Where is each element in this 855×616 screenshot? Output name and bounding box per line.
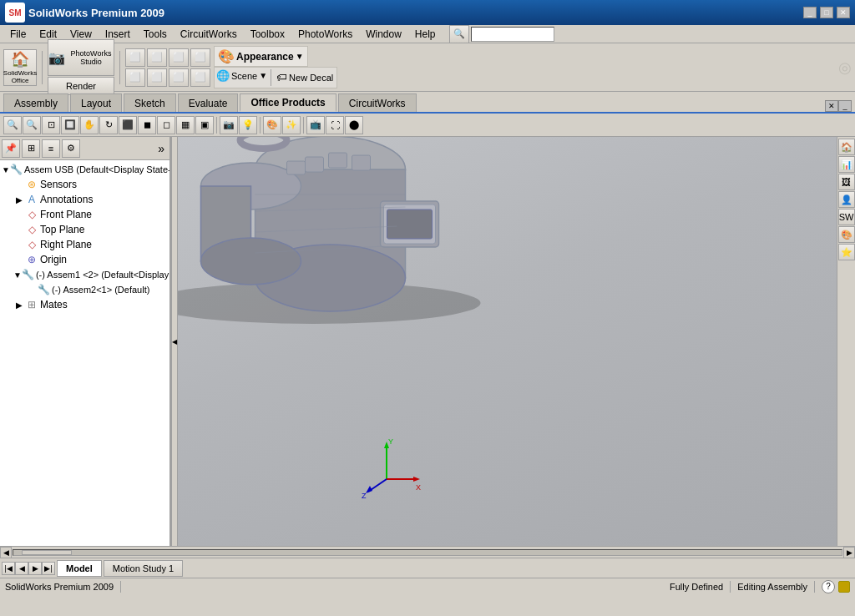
- tree-origin[interactable]: ⊕ Origin: [0, 252, 169, 267]
- photoworks-studio-button[interactable]: 📷 PhotoWorks Studio: [48, 39, 114, 76]
- tb-btn-1[interactable]: ⬜: [125, 48, 145, 67]
- menu-circuitworks[interactable]: CircuitWorks: [174, 27, 244, 42]
- appearance-dropdown-icon: ▼: [296, 52, 304, 61]
- panel-pin-button[interactable]: 📌: [2, 139, 20, 158]
- tree-top-plane[interactable]: ◇ Top Plane: [0, 222, 169, 237]
- menu-toolbox[interactable]: Toolbox: [244, 27, 291, 42]
- view-hidden-button[interactable]: ▦: [176, 116, 195, 134]
- tab-office-products[interactable]: Office Products: [240, 93, 336, 112]
- rp-solidworks-icon[interactable]: 🏠: [838, 139, 855, 155]
- tree-front-plane-label: Front Plane: [40, 209, 92, 220]
- view-orient-button[interactable]: ⬛: [119, 116, 137, 134]
- status-editing: Editing Assembly: [737, 582, 807, 592]
- tab-sketch[interactable]: Sketch: [124, 93, 176, 112]
- pan-button[interactable]: ✋: [80, 116, 99, 134]
- tab-layout[interactable]: Layout: [70, 93, 122, 112]
- panel-expand-button[interactable]: »: [154, 142, 168, 155]
- tree-sensors[interactable]: ⊛ Sensors: [0, 177, 169, 192]
- zoom-in-button[interactable]: 🔍: [3, 116, 22, 134]
- bottom-nav-last[interactable]: ▶|: [42, 562, 55, 575]
- view-display2-button[interactable]: 📺: [306, 116, 325, 134]
- rp-chart-icon[interactable]: 📊: [838, 156, 855, 173]
- tab-area-close-button[interactable]: ✕: [825, 100, 838, 112]
- tree-assem1[interactable]: ▼ 🔧 (-) Assem1 <2> (Default<Display: [0, 267, 169, 282]
- search-input[interactable]: [471, 27, 554, 42]
- scroll-thumb[interactable]: [22, 550, 72, 555]
- rp-stars-icon[interactable]: ⭐: [838, 244, 855, 260]
- appearance-group: 🎨 Appearance ▼ 🌐 Scene ▼ 🏷 New Decal: [214, 46, 337, 88]
- horizontal-scrollbar[interactable]: ◀ ▶: [0, 546, 855, 558]
- mates-icon: ⊞: [25, 298, 38, 311]
- view-appear-button[interactable]: ✨: [282, 116, 301, 134]
- scroll-track[interactable]: [13, 549, 842, 556]
- scroll-right-button[interactable]: ▶: [843, 547, 855, 558]
- tree-root[interactable]: ▼ 🔧 Assem USB (Default<Display State-1>): [0, 162, 169, 177]
- axis-indicator: Y X Z: [362, 433, 428, 500]
- tb-btn-8[interactable]: ⬜: [190, 68, 210, 87]
- close-button[interactable]: ✕: [837, 7, 850, 18]
- panel-config-button[interactable]: ⚙: [62, 139, 80, 158]
- tb-btn-6[interactable]: ⬜: [147, 68, 167, 87]
- tree-front-plane[interactable]: ◇ Front Plane: [0, 207, 169, 222]
- render-button[interactable]: Render: [48, 77, 114, 95]
- new-decal-button[interactable]: 🏷 New Decal: [275, 69, 335, 85]
- rotate-button[interactable]: ↻: [99, 116, 118, 134]
- scene-button[interactable]: 🌐 Scene ▼: [216, 69, 267, 82]
- tab-circuitworks[interactable]: CircuitWorks: [338, 93, 417, 112]
- zoom-fit-button[interactable]: ⊡: [42, 116, 60, 134]
- view-style-button[interactable]: ◼: [138, 116, 156, 134]
- bottom-nav-first[interactable]: |◀: [2, 562, 15, 575]
- appearance-button[interactable]: 🎨 Appearance ▼: [214, 46, 308, 67]
- tb-btn-5[interactable]: ⬜: [125, 68, 145, 87]
- view-display-button[interactable]: ◻: [157, 116, 175, 134]
- bottom-nav-next[interactable]: ▶: [28, 562, 42, 575]
- tb-btn-4[interactable]: ⬜: [190, 48, 210, 67]
- view-cam-button[interactable]: 📷: [220, 116, 238, 134]
- viewport[interactable]: Y X Z: [178, 137, 837, 546]
- rp-sw-icon[interactable]: SW: [838, 209, 855, 225]
- view-toolbar: 🔍 🔍 ⊡ 🔲 ✋ ↻ ⬛ ◼ ◻ ▦ ▣ 📷 💡 🎨 ✨ 📺 ⛶ ⬤: [0, 114, 855, 137]
- collapse-handle[interactable]: ◀: [171, 137, 178, 546]
- tb-btn-3[interactable]: ⬜: [169, 48, 189, 67]
- panel-prop-button[interactable]: ≡: [42, 139, 60, 158]
- view-lights-button[interactable]: 💡: [239, 116, 257, 134]
- zoom-area-button[interactable]: 🔲: [61, 116, 79, 134]
- menu-photoworks[interactable]: PhotoWorks: [291, 27, 359, 42]
- root-expand-icon: ▼: [2, 164, 10, 175]
- scroll-left-button[interactable]: ◀: [0, 547, 12, 558]
- tab-evaluate[interactable]: Evaluate: [178, 93, 239, 112]
- view-sphere-button[interactable]: ⬤: [345, 116, 363, 134]
- minimize-button[interactable]: _: [803, 7, 817, 18]
- tree-annotations[interactable]: ▶ A Annotations: [0, 192, 169, 207]
- panel-list-button[interactable]: ⊞: [22, 139, 40, 158]
- tab-area-min-button[interactable]: _: [838, 100, 852, 112]
- tab-assembly[interactable]: Assembly: [3, 93, 68, 112]
- menu-window[interactable]: Window: [359, 27, 408, 42]
- view-section-button[interactable]: ▣: [195, 116, 214, 134]
- tree-right-plane[interactable]: ◇ Right Plane: [0, 237, 169, 252]
- tb-btn-2[interactable]: ⬜: [147, 48, 167, 67]
- rp-user-icon[interactable]: 👤: [838, 191, 855, 208]
- bottom-nav-prev[interactable]: ◀: [15, 562, 28, 575]
- tb-btn-7[interactable]: ⬜: [169, 68, 189, 87]
- view-color-button[interactable]: 🎨: [263, 116, 281, 134]
- sensors-expand-icon: [13, 179, 25, 190]
- status-right: Fully Defined Editing Assembly ?: [670, 580, 850, 593]
- view-fullscreen-button[interactable]: ⛶: [326, 116, 344, 134]
- tree-assem1-label: (-) Assem1 <2> (Default<Display: [36, 270, 169, 280]
- appearance-label: Appearance: [236, 51, 294, 63]
- zoom-out-button[interactable]: 🔍: [23, 116, 41, 134]
- tab-motion-study[interactable]: Motion Study 1: [104, 560, 183, 577]
- tree-assem2[interactable]: 🔧 (-) Assem2<1> (Default): [0, 282, 169, 297]
- rp-palette-icon[interactable]: 🎨: [838, 226, 855, 243]
- search-button[interactable]: 🔍: [449, 25, 469, 43]
- menu-help[interactable]: Help: [408, 27, 443, 42]
- solidworks-office-button[interactable]: 🏠 SolidWorks Office: [3, 49, 37, 86]
- menu-file[interactable]: File: [3, 27, 33, 42]
- help-button[interactable]: ?: [822, 580, 835, 593]
- maximize-button[interactable]: □: [820, 7, 833, 18]
- menu-tools[interactable]: Tools: [137, 27, 174, 42]
- tree-mates[interactable]: ▶ ⊞ Mates: [0, 297, 169, 312]
- rp-render-icon[interactable]: 🖼: [838, 174, 855, 190]
- tab-model[interactable]: Model: [57, 560, 102, 577]
